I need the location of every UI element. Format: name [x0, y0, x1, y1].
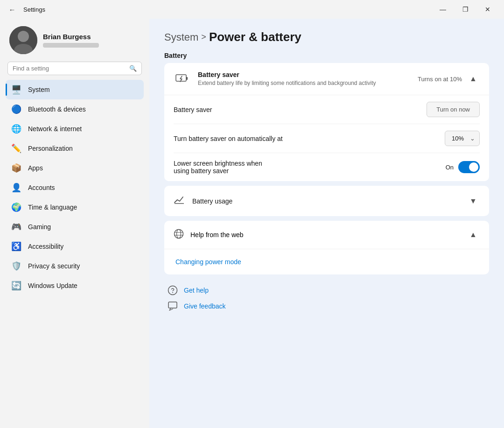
battery-saver-description: Extend battery life by limiting some not… [198, 79, 410, 87]
user-info: Brian Burgess [43, 33, 140, 48]
auto-turn-on-row: Turn battery saver on automatically at 5… [174, 124, 480, 153]
bluetooth-icon: 🔵 [11, 104, 21, 114]
give-feedback-link[interactable]: Give feedback [184, 302, 226, 310]
sidebar-item-label-windows-update: Windows Update [28, 282, 77, 289]
svg-point-10 [168, 286, 177, 295]
percentage-select-wrap[interactable]: 5% 10% 15% 20% 25% [445, 131, 480, 146]
maximize-button[interactable]: ❐ [455, 2, 476, 17]
sidebar-item-label-system: System [28, 86, 50, 93]
battery-section-title: Battery [164, 52, 489, 59]
battery-usage-expand-button[interactable]: ▼ [467, 195, 480, 208]
app-title: Settings [23, 6, 45, 13]
accessibility-icon: ♿ [11, 241, 21, 252]
help-card: Help from the web ▲ Changing power mode [164, 221, 489, 274]
windows-update-icon: 🔄 [11, 281, 21, 291]
svg-point-1 [18, 31, 29, 42]
percentage-select[interactable]: 5% 10% 15% 20% 25% [445, 131, 480, 146]
sidebar-item-label-bluetooth: Bluetooth & devices [28, 105, 86, 113]
sidebar-item-accessibility[interactable]: ♿ Accessibility [6, 237, 144, 256]
close-button[interactable]: ✕ [477, 2, 498, 17]
sidebar-item-network[interactable]: 🌐 Network & internet [6, 119, 144, 139]
breadcrumb-current: Power & battery [209, 30, 301, 44]
sidebar: Brian Burgess 🔍 🖥️ System 🔵 Bluetooth & … [0, 19, 149, 428]
user-section: Brian Burgess [6, 19, 144, 62]
search-box[interactable]: 🔍 [7, 62, 142, 75]
search-icon: 🔍 [129, 65, 137, 72]
breadcrumb-separator: > [201, 32, 206, 42]
time-icon: 🌍 [11, 202, 21, 212]
gaming-icon: 🎮 [11, 222, 21, 232]
breadcrumb: System > Power & battery [164, 30, 489, 44]
give-feedback-icon [166, 300, 179, 313]
battery-saver-inner-row: Battery saver Turn on now [174, 95, 480, 124]
brightness-toggle-row: On [446, 161, 480, 173]
battery-saver-inner-label: Battery saver [174, 106, 212, 113]
sidebar-item-label-apps: Apps [28, 164, 43, 172]
get-help-row: Get help [166, 284, 489, 297]
brightness-toggle-label: On [446, 164, 454, 171]
sidebar-item-personalization[interactable]: ✏️ Personalization [6, 139, 144, 158]
battery-saver-icon [174, 70, 190, 87]
system-icon: 🖥️ [11, 84, 21, 95]
give-feedback-row: Give feedback [166, 300, 489, 313]
sidebar-item-label-time: Time & language [28, 203, 77, 211]
titlebar-left: ← Settings [6, 3, 45, 16]
get-help-icon [166, 284, 179, 297]
auto-turn-on-label: Turn battery saver on automatically at [174, 135, 283, 142]
turn-on-right: Turn on now [427, 102, 480, 117]
battery-usage-row[interactable]: Battery usage ▼ [164, 186, 489, 216]
brightness-toggle[interactable] [458, 161, 480, 173]
avatar-image [9, 26, 37, 54]
app-body: Brian Burgess 🔍 🖥️ System 🔵 Bluetooth & … [0, 19, 504, 428]
battery-saver-collapse-button[interactable]: ▲ [467, 72, 480, 85]
sidebar-item-privacy[interactable]: 🛡️ Privacy & security [6, 256, 144, 276]
svg-point-11 [172, 292, 173, 293]
svg-point-6 [175, 229, 183, 238]
sidebar-item-label-accounts: Accounts [28, 184, 55, 191]
help-link-row: Changing power mode [164, 249, 489, 274]
sidebar-item-system[interactable]: 🖥️ System [6, 80, 144, 99]
search-input[interactable] [13, 65, 126, 72]
svg-rect-4 [186, 77, 188, 80]
network-icon: 🌐 [11, 124, 21, 134]
sidebar-item-bluetooth[interactable]: 🔵 Bluetooth & devices [6, 99, 144, 119]
main-content: System > Power & battery Battery Battery… [149, 19, 504, 428]
turn-on-now-button[interactable]: Turn on now [427, 102, 480, 117]
window-controls: — ❐ ✕ [432, 2, 498, 17]
battery-saver-right: Turns on at 10% ▲ [418, 72, 480, 85]
svg-rect-12 [168, 302, 177, 308]
help-title: Help from the web [190, 231, 460, 239]
minimize-button[interactable]: — [432, 2, 454, 17]
lower-brightness-label: Lower screen brightness when using batte… [174, 160, 262, 175]
bottom-links: Get help Give feedback [164, 284, 489, 313]
sidebar-item-time[interactable]: 🌍 Time & language [6, 197, 144, 217]
sidebar-item-gaming[interactable]: 🎮 Gaming [6, 217, 144, 237]
changing-power-mode-link[interactable]: Changing power mode [175, 258, 241, 266]
help-header[interactable]: Help from the web ▲ [164, 221, 489, 249]
sidebar-item-accounts[interactable]: 👤 Accounts [6, 178, 144, 197]
sidebar-item-apps[interactable]: 📦 Apps [6, 158, 144, 178]
help-globe-icon [174, 229, 184, 241]
back-button[interactable]: ← [6, 3, 19, 16]
help-collapse-button[interactable]: ▲ [467, 228, 480, 241]
accounts-icon: 👤 [11, 182, 21, 193]
sidebar-item-windows-update[interactable]: 🔄 Windows Update [6, 276, 144, 295]
battery-saver-status: Turns on at 10% [418, 76, 462, 83]
battery-usage-icon [174, 194, 185, 208]
battery-saver-card: Battery saver Extend battery life by lim… [164, 63, 489, 181]
battery-saver-header-row: Battery saver Extend battery life by lim… [164, 63, 489, 95]
battery-usage-title: Battery usage [192, 197, 459, 205]
sidebar-item-label-network: Network & internet [28, 125, 82, 133]
battery-saver-title: Battery saver [198, 71, 410, 78]
get-help-link[interactable]: Get help [184, 287, 209, 294]
privacy-icon: 🛡️ [11, 261, 21, 271]
user-account-blurred [43, 43, 99, 48]
battery-usage-card: Battery usage ▼ [164, 186, 489, 216]
titlebar: ← Settings — ❐ ✕ [0, 0, 504, 19]
sidebar-item-label-gaming: Gaming [28, 223, 51, 231]
battery-saver-info: Battery saver Extend battery life by lim… [198, 71, 410, 87]
user-name: Brian Burgess [43, 33, 140, 41]
sidebar-item-label-accessibility: Accessibility [28, 243, 63, 250]
sidebar-nav: 🖥️ System 🔵 Bluetooth & devices 🌐 Networ… [6, 80, 144, 295]
breadcrumb-parent: System [164, 31, 198, 43]
